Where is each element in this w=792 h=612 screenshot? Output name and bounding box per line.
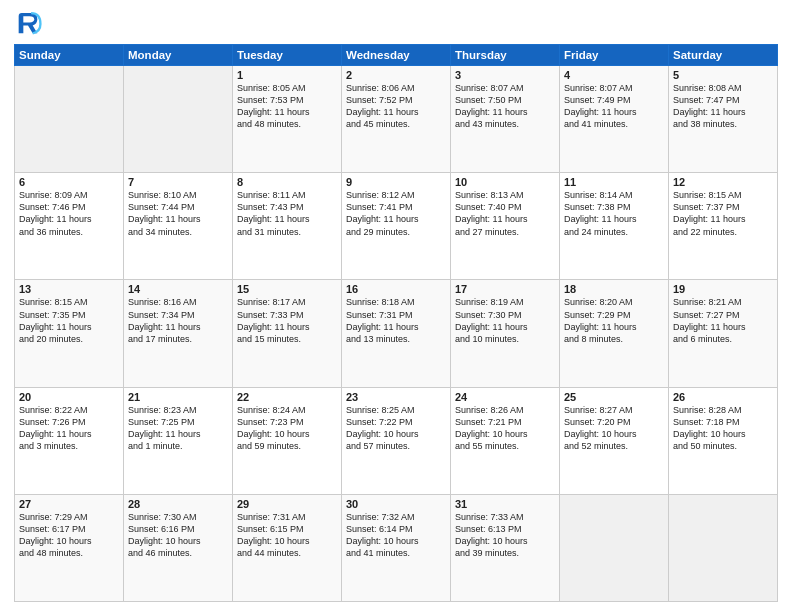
- day-cell: 19Sunrise: 8:21 AM Sunset: 7:27 PM Dayli…: [669, 280, 778, 387]
- day-details: Sunrise: 8:15 AM Sunset: 7:37 PM Dayligh…: [673, 189, 773, 238]
- day-details: Sunrise: 8:20 AM Sunset: 7:29 PM Dayligh…: [564, 296, 664, 345]
- day-details: Sunrise: 8:17 AM Sunset: 7:33 PM Dayligh…: [237, 296, 337, 345]
- day-cell: 28Sunrise: 7:30 AM Sunset: 6:16 PM Dayli…: [124, 494, 233, 601]
- day-cell: 18Sunrise: 8:20 AM Sunset: 7:29 PM Dayli…: [560, 280, 669, 387]
- day-cell: 22Sunrise: 8:24 AM Sunset: 7:23 PM Dayli…: [233, 387, 342, 494]
- header: [14, 10, 778, 38]
- day-number: 2: [346, 69, 446, 81]
- day-number: 20: [19, 391, 119, 403]
- day-number: 21: [128, 391, 228, 403]
- day-details: Sunrise: 7:31 AM Sunset: 6:15 PM Dayligh…: [237, 511, 337, 560]
- day-cell: 25Sunrise: 8:27 AM Sunset: 7:20 PM Dayli…: [560, 387, 669, 494]
- day-details: Sunrise: 8:08 AM Sunset: 7:47 PM Dayligh…: [673, 82, 773, 131]
- day-number: 9: [346, 176, 446, 188]
- day-number: 17: [455, 283, 555, 295]
- day-number: 30: [346, 498, 446, 510]
- day-cell: 26Sunrise: 8:28 AM Sunset: 7:18 PM Dayli…: [669, 387, 778, 494]
- day-cell: 14Sunrise: 8:16 AM Sunset: 7:34 PM Dayli…: [124, 280, 233, 387]
- day-details: Sunrise: 8:24 AM Sunset: 7:23 PM Dayligh…: [237, 404, 337, 453]
- day-number: 14: [128, 283, 228, 295]
- day-details: Sunrise: 7:33 AM Sunset: 6:13 PM Dayligh…: [455, 511, 555, 560]
- day-cell: 16Sunrise: 8:18 AM Sunset: 7:31 PM Dayli…: [342, 280, 451, 387]
- day-details: Sunrise: 8:21 AM Sunset: 7:27 PM Dayligh…: [673, 296, 773, 345]
- day-number: 7: [128, 176, 228, 188]
- day-number: 27: [19, 498, 119, 510]
- day-details: Sunrise: 8:14 AM Sunset: 7:38 PM Dayligh…: [564, 189, 664, 238]
- day-cell: 20Sunrise: 8:22 AM Sunset: 7:26 PM Dayli…: [15, 387, 124, 494]
- logo: [14, 10, 46, 38]
- day-cell: 12Sunrise: 8:15 AM Sunset: 7:37 PM Dayli…: [669, 173, 778, 280]
- day-details: Sunrise: 8:06 AM Sunset: 7:52 PM Dayligh…: [346, 82, 446, 131]
- day-cell: 3Sunrise: 8:07 AM Sunset: 7:50 PM Daylig…: [451, 66, 560, 173]
- day-details: Sunrise: 8:25 AM Sunset: 7:22 PM Dayligh…: [346, 404, 446, 453]
- day-number: 11: [564, 176, 664, 188]
- header-cell-wednesday: Wednesday: [342, 45, 451, 66]
- day-number: 22: [237, 391, 337, 403]
- week-row-2: 6Sunrise: 8:09 AM Sunset: 7:46 PM Daylig…: [15, 173, 778, 280]
- day-details: Sunrise: 8:22 AM Sunset: 7:26 PM Dayligh…: [19, 404, 119, 453]
- day-cell: 13Sunrise: 8:15 AM Sunset: 7:35 PM Dayli…: [15, 280, 124, 387]
- day-details: Sunrise: 7:30 AM Sunset: 6:16 PM Dayligh…: [128, 511, 228, 560]
- day-details: Sunrise: 8:07 AM Sunset: 7:49 PM Dayligh…: [564, 82, 664, 131]
- day-details: Sunrise: 7:29 AM Sunset: 6:17 PM Dayligh…: [19, 511, 119, 560]
- week-row-1: 1Sunrise: 8:05 AM Sunset: 7:53 PM Daylig…: [15, 66, 778, 173]
- day-cell: 23Sunrise: 8:25 AM Sunset: 7:22 PM Dayli…: [342, 387, 451, 494]
- day-number: 24: [455, 391, 555, 403]
- day-details: Sunrise: 8:15 AM Sunset: 7:35 PM Dayligh…: [19, 296, 119, 345]
- day-details: Sunrise: 8:26 AM Sunset: 7:21 PM Dayligh…: [455, 404, 555, 453]
- day-number: 19: [673, 283, 773, 295]
- header-cell-friday: Friday: [560, 45, 669, 66]
- calendar-table: SundayMondayTuesdayWednesdayThursdayFrid…: [14, 44, 778, 602]
- day-cell: 10Sunrise: 8:13 AM Sunset: 7:40 PM Dayli…: [451, 173, 560, 280]
- week-row-4: 20Sunrise: 8:22 AM Sunset: 7:26 PM Dayli…: [15, 387, 778, 494]
- day-number: 31: [455, 498, 555, 510]
- day-details: Sunrise: 8:18 AM Sunset: 7:31 PM Dayligh…: [346, 296, 446, 345]
- header-cell-thursday: Thursday: [451, 45, 560, 66]
- day-cell: 1Sunrise: 8:05 AM Sunset: 7:53 PM Daylig…: [233, 66, 342, 173]
- header-row: SundayMondayTuesdayWednesdayThursdayFrid…: [15, 45, 778, 66]
- day-number: 4: [564, 69, 664, 81]
- day-number: 1: [237, 69, 337, 81]
- day-details: Sunrise: 8:09 AM Sunset: 7:46 PM Dayligh…: [19, 189, 119, 238]
- day-cell: 31Sunrise: 7:33 AM Sunset: 6:13 PM Dayli…: [451, 494, 560, 601]
- page: SundayMondayTuesdayWednesdayThursdayFrid…: [0, 0, 792, 612]
- day-number: 18: [564, 283, 664, 295]
- calendar-body: 1Sunrise: 8:05 AM Sunset: 7:53 PM Daylig…: [15, 66, 778, 602]
- header-cell-tuesday: Tuesday: [233, 45, 342, 66]
- day-cell: 24Sunrise: 8:26 AM Sunset: 7:21 PM Dayli…: [451, 387, 560, 494]
- day-cell: 30Sunrise: 7:32 AM Sunset: 6:14 PM Dayli…: [342, 494, 451, 601]
- day-number: 10: [455, 176, 555, 188]
- week-row-3: 13Sunrise: 8:15 AM Sunset: 7:35 PM Dayli…: [15, 280, 778, 387]
- day-cell: 4Sunrise: 8:07 AM Sunset: 7:49 PM Daylig…: [560, 66, 669, 173]
- day-cell: 15Sunrise: 8:17 AM Sunset: 7:33 PM Dayli…: [233, 280, 342, 387]
- day-number: 23: [346, 391, 446, 403]
- day-cell: 9Sunrise: 8:12 AM Sunset: 7:41 PM Daylig…: [342, 173, 451, 280]
- day-details: Sunrise: 8:05 AM Sunset: 7:53 PM Dayligh…: [237, 82, 337, 131]
- header-cell-monday: Monday: [124, 45, 233, 66]
- day-number: 5: [673, 69, 773, 81]
- day-number: 15: [237, 283, 337, 295]
- day-cell: 17Sunrise: 8:19 AM Sunset: 7:30 PM Dayli…: [451, 280, 560, 387]
- day-cell: 6Sunrise: 8:09 AM Sunset: 7:46 PM Daylig…: [15, 173, 124, 280]
- day-cell: 29Sunrise: 7:31 AM Sunset: 6:15 PM Dayli…: [233, 494, 342, 601]
- day-details: Sunrise: 8:10 AM Sunset: 7:44 PM Dayligh…: [128, 189, 228, 238]
- day-number: 25: [564, 391, 664, 403]
- day-details: Sunrise: 8:23 AM Sunset: 7:25 PM Dayligh…: [128, 404, 228, 453]
- day-cell: [560, 494, 669, 601]
- calendar-header: SundayMondayTuesdayWednesdayThursdayFrid…: [15, 45, 778, 66]
- day-cell: 8Sunrise: 8:11 AM Sunset: 7:43 PM Daylig…: [233, 173, 342, 280]
- day-number: 28: [128, 498, 228, 510]
- day-cell: 2Sunrise: 8:06 AM Sunset: 7:52 PM Daylig…: [342, 66, 451, 173]
- day-details: Sunrise: 8:19 AM Sunset: 7:30 PM Dayligh…: [455, 296, 555, 345]
- day-details: Sunrise: 8:12 AM Sunset: 7:41 PM Dayligh…: [346, 189, 446, 238]
- day-details: Sunrise: 8:11 AM Sunset: 7:43 PM Dayligh…: [237, 189, 337, 238]
- day-number: 16: [346, 283, 446, 295]
- day-details: Sunrise: 8:16 AM Sunset: 7:34 PM Dayligh…: [128, 296, 228, 345]
- day-cell: 5Sunrise: 8:08 AM Sunset: 7:47 PM Daylig…: [669, 66, 778, 173]
- logo-icon: [14, 10, 42, 38]
- day-cell: [15, 66, 124, 173]
- day-number: 26: [673, 391, 773, 403]
- header-cell-sunday: Sunday: [15, 45, 124, 66]
- day-cell: [124, 66, 233, 173]
- day-number: 29: [237, 498, 337, 510]
